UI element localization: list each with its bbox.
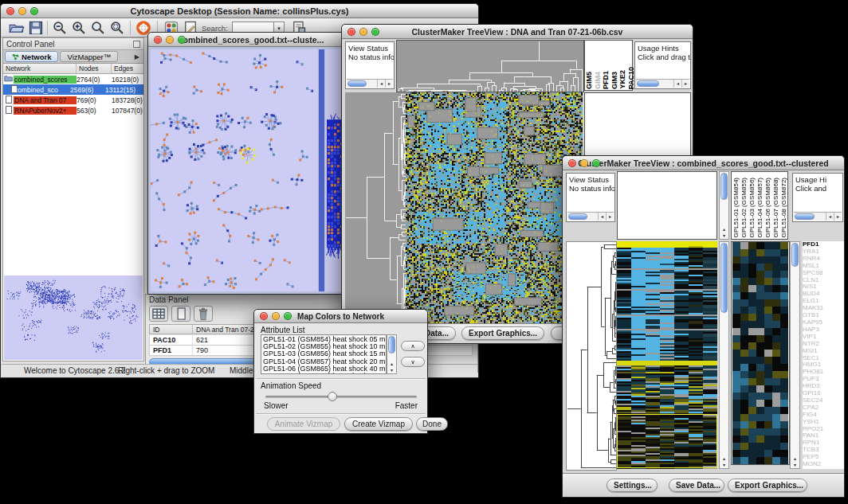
network-row-dna-tran[interactable]: DNA and Tran 07 769(0) 183728(0) bbox=[3, 95, 143, 105]
network-table-header: Network Nodes Edges bbox=[3, 64, 143, 74]
float-panel-icon[interactable] bbox=[133, 41, 140, 48]
tv2-heatmap-scrollbar[interactable]: ▴▾ bbox=[719, 241, 729, 469]
scrollbar[interactable]: ◂▸ bbox=[636, 79, 689, 88]
close-button[interactable] bbox=[568, 159, 576, 167]
network-tab-icon bbox=[12, 53, 19, 61]
tv2-usage-hints-box: Usage Hi Click and ◂▸ bbox=[792, 173, 843, 222]
tv2-column-labels: GPL51-01 (GSM854)GPL51-02 (GSM855)GPL51-… bbox=[731, 171, 788, 240]
close-button[interactable] bbox=[6, 7, 14, 15]
status-hint-zoom: Right-click + drag to ZOOM bbox=[118, 366, 214, 375]
export-graphics-button[interactable]: Export Graphics... bbox=[461, 326, 544, 340]
tab-overflow-arrow[interactable]: ▶ bbox=[135, 53, 142, 61]
desktop: Cytoscape Desktop (Session Name: collins… bbox=[0, 0, 848, 504]
new-page-icon[interactable] bbox=[171, 306, 190, 322]
control-panel-header: Control Panel bbox=[3, 38, 143, 50]
network-view-divider[interactable] bbox=[319, 49, 324, 291]
usage-hints-title: Usage Hints bbox=[638, 44, 688, 53]
data-panel-title: Data Panel bbox=[149, 295, 188, 304]
export-graphics-button[interactable]: Export Graphics... bbox=[728, 479, 807, 492]
save-icon[interactable] bbox=[28, 20, 44, 36]
minimize-button[interactable] bbox=[166, 36, 174, 44]
table-icon[interactable] bbox=[149, 306, 168, 322]
slider-thumb[interactable] bbox=[328, 392, 337, 401]
column-label[interactable]: GPL51-08 (GSM872) bbox=[780, 178, 788, 238]
zoom-button[interactable] bbox=[30, 7, 38, 15]
column-label[interactable]: GPL51-06 (GSM865) bbox=[764, 178, 772, 238]
column-label[interactable]: GPL51-04 (GSM857) bbox=[756, 178, 764, 238]
status-hint-middle: Middle- bbox=[230, 366, 256, 375]
status-welcome: Welcome to Cytoscape 2.6.2 bbox=[24, 366, 126, 375]
tv2-zoom-heatmap[interactable] bbox=[731, 241, 790, 465]
network-row-combined-scores[interactable]: combined_scores 2764(0) 16218(0) bbox=[3, 74, 143, 84]
tv1-heatmap[interactable] bbox=[406, 92, 583, 323]
open-file-icon[interactable] bbox=[9, 20, 25, 36]
create-vizmap-button[interactable]: Create Vizmap bbox=[344, 417, 413, 431]
scrollbar[interactable]: ◂▸ bbox=[794, 212, 842, 221]
tv1-column-labels: GIM5GIM4PFD1GIM3YKE2PAC10 bbox=[584, 40, 633, 91]
treeview2-titlebar[interactable]: ClusterMaker TreeView : combined_scores_… bbox=[563, 156, 844, 170]
attribute-list-scrollbar[interactable]: ▴▾ bbox=[387, 334, 397, 374]
close-button[interactable] bbox=[260, 312, 268, 320]
network-canvas[interactable] bbox=[151, 49, 318, 291]
network-view-titlebar[interactable]: combined_scores_good.txt--cluste... bbox=[148, 33, 354, 47]
network-row-selected[interactable]: combined_sco 2569(6) 13112(15) bbox=[3, 84, 143, 95]
animation-speed-label: Animation Speed bbox=[261, 381, 321, 390]
settings-button[interactable]: Settings... bbox=[607, 479, 658, 492]
tv2-column-dendrogram-area[interactable] bbox=[617, 171, 717, 240]
tv2-row-dendrogram[interactable] bbox=[566, 241, 617, 471]
column-label[interactable]: GPL51-07 (GSM868) bbox=[772, 178, 780, 238]
network-overview-canvas[interactable] bbox=[4, 275, 143, 360]
column-label[interactable]: YKE2 bbox=[619, 70, 627, 89]
zoom-fit-icon[interactable] bbox=[90, 20, 106, 36]
column-label[interactable]: GIM4 bbox=[595, 72, 603, 89]
zoom-in-icon[interactable] bbox=[71, 20, 87, 36]
scrollbar[interactable]: ◂▸ bbox=[567, 212, 614, 221]
zoom-button[interactable] bbox=[178, 36, 186, 44]
save-data-button[interactable]: Save Data... bbox=[669, 479, 724, 492]
usage-hints-title: Usage Hi bbox=[795, 175, 840, 184]
column-label[interactable]: PFD1 bbox=[603, 71, 610, 89]
minimize-button[interactable] bbox=[580, 159, 588, 167]
network-row-rnapuber[interactable]: RNAPuberNov2+ 563(0) 107847(0) bbox=[3, 105, 143, 115]
zoom-button[interactable] bbox=[284, 312, 292, 320]
slower-label: Slower bbox=[264, 401, 289, 410]
tab-network[interactable]: Network bbox=[5, 51, 58, 62]
gene-label[interactable]: MON2 bbox=[803, 461, 844, 468]
tv1-row-dendrogram[interactable] bbox=[345, 92, 406, 323]
scrollbar[interactable]: ▴▾ bbox=[719, 171, 729, 240]
tv1-column-dendrogram[interactable] bbox=[396, 40, 584, 92]
column-label[interactable]: GIM5 bbox=[586, 72, 594, 89]
column-label[interactable]: GPL51-01 (GSM854) bbox=[732, 178, 740, 238]
main-titlebar[interactable]: Cytoscape Desktop (Session Name: collins… bbox=[1, 4, 478, 18]
view-status-info: No status info f bbox=[348, 53, 391, 61]
column-label[interactable]: GPL51-03 (GSM856) bbox=[748, 178, 756, 238]
move-down-button[interactable]: ∨ bbox=[401, 357, 425, 367]
minimize-button[interactable] bbox=[272, 312, 280, 320]
zoom-button[interactable] bbox=[592, 159, 600, 167]
close-button[interactable] bbox=[347, 28, 355, 36]
zoom-out-icon[interactable] bbox=[52, 20, 68, 36]
control-panel: Control Panel Network VizMapper™ ▶ Netwo… bbox=[2, 37, 144, 361]
tv2-zoom-scrollbar[interactable]: ▴▾ bbox=[790, 241, 800, 469]
zoom-selected-icon[interactable] bbox=[109, 20, 125, 36]
minimize-button[interactable] bbox=[18, 7, 26, 15]
attribute-item[interactable]: GPL51-07 (GSM868) heat shock 60 min bbox=[263, 373, 384, 374]
minimize-button[interactable] bbox=[359, 28, 367, 36]
scrollbar[interactable]: ◂▸ bbox=[347, 79, 393, 88]
main-window-title: Cytoscape Desktop (Session Name: collins… bbox=[1, 4, 478, 18]
zoom-button[interactable] bbox=[371, 28, 379, 36]
close-button[interactable] bbox=[154, 36, 162, 44]
animation-speed-slider[interactable] bbox=[265, 396, 417, 398]
dialog-titlebar[interactable]: Map Colors to Network bbox=[254, 310, 427, 323]
move-up-button[interactable]: ∧ bbox=[401, 341, 425, 351]
column-label[interactable]: GIM3 bbox=[611, 72, 619, 89]
tv2-heatmap[interactable] bbox=[617, 241, 717, 469]
tab-vizmapper[interactable]: VizMapper™ bbox=[60, 51, 118, 62]
treeview1-titlebar[interactable]: ClusterMaker TreeView : DNA and Tran 07-… bbox=[342, 25, 693, 39]
animate-vizmap-button[interactable]: Animate Vizmap bbox=[267, 417, 340, 431]
trash-icon[interactable] bbox=[194, 306, 213, 322]
done-button[interactable]: Done bbox=[416, 417, 448, 431]
tv1-view-status-box: View Status No status info f ◂▸ bbox=[345, 41, 395, 89]
treeview2-window: ClusterMaker TreeView : combined_scores_… bbox=[562, 155, 845, 498]
column-label[interactable]: GPL51-02 (GSM855) bbox=[740, 178, 748, 238]
